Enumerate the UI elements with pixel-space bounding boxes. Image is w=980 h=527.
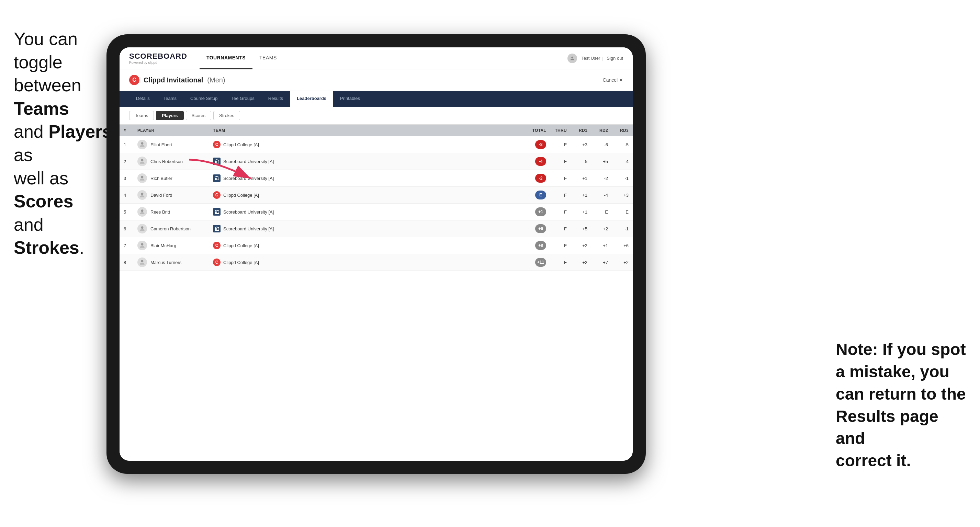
cell-rd1: +3: [571, 136, 592, 153]
cell-rank: 6: [119, 221, 133, 237]
svg-rect-18: [215, 211, 216, 213]
cell-rd1: -5: [571, 153, 592, 170]
player-avatar: [137, 257, 147, 267]
tab-details[interactable]: Details: [129, 91, 157, 107]
cell-rank: 5: [119, 203, 133, 221]
player-avatar: [137, 173, 147, 183]
table-row: 6 Cameron Robertson Scoreboard Universit…: [119, 221, 633, 237]
nav-teams[interactable]: TEAMS: [253, 48, 284, 69]
col-rd1: RD1: [571, 125, 592, 136]
table-row: 8 Marcus Turners CClippd College [A]+11F…: [119, 254, 633, 271]
cell-rd1: +2: [571, 254, 592, 271]
svg-rect-25: [216, 228, 217, 230]
player-name: Rees Britt: [150, 210, 170, 214]
cell-rank: 7: [119, 237, 133, 254]
score-badge: -4: [535, 157, 546, 166]
tab-printables[interactable]: Printables: [333, 91, 367, 107]
leaderboard-table-wrapper: # PLAYER TEAM TOTAL THRU RD1 RD2 RD3 1: [119, 125, 633, 271]
player-name: Cameron Robertson: [150, 226, 191, 232]
tablet-screen: SCOREBOARD Powered by clippd TOURNAMENTS…: [119, 48, 633, 461]
cell-total: -2: [523, 170, 550, 187]
sub-tab-teams[interactable]: Teams: [129, 111, 154, 120]
cell-rd3: -4: [612, 153, 633, 170]
svg-point-9: [141, 176, 143, 178]
tab-leaderboards[interactable]: Leaderboards: [290, 91, 333, 107]
player-name: Elliot Ebert: [150, 142, 172, 147]
cell-total: +1: [523, 203, 550, 221]
cell-thru: F: [550, 153, 571, 170]
logo-area: SCOREBOARD Powered by clippd: [129, 52, 187, 65]
tab-tee-groups[interactable]: Tee Groups: [225, 91, 261, 107]
cell-thru: F: [550, 254, 571, 271]
sub-tab-players[interactable]: Players: [156, 111, 183, 120]
cell-rd3: +3: [612, 187, 633, 203]
team-name: Scoreboard University [A]: [223, 210, 274, 214]
svg-point-16: [141, 210, 143, 212]
col-thru: THRU: [550, 125, 571, 136]
col-rd3: RD3: [612, 125, 633, 136]
left-annotation: You can toggle between Teams and Players…: [14, 27, 113, 260]
cell-rank: 4: [119, 187, 133, 203]
cell-rd2: +2: [592, 221, 612, 237]
svg-point-1: [571, 56, 573, 58]
cell-rd2: -6: [592, 136, 612, 153]
player-avatar: [137, 140, 147, 149]
tab-results[interactable]: Results: [261, 91, 290, 107]
col-rd2: RD2: [592, 125, 612, 136]
cell-team: CClippd College [A]: [209, 136, 523, 153]
team-logo: C: [213, 191, 221, 199]
col-total: TOTAL: [523, 125, 550, 136]
cell-total: +11: [523, 254, 550, 271]
svg-rect-20: [218, 211, 218, 213]
tournament-gender: (Men): [207, 76, 225, 84]
table-row: 5 Rees Britt Scoreboard University [A]+1…: [119, 203, 633, 221]
cell-rd2: -2: [592, 170, 612, 187]
team-logo: C: [213, 242, 221, 249]
col-team: TEAM: [209, 125, 523, 136]
team-name: Clippd College [A]: [223, 142, 259, 147]
sub-tab-scores[interactable]: Scores: [186, 111, 211, 120]
cell-rd2: +7: [592, 254, 612, 271]
tablet-device: SCOREBOARD Powered by clippd TOURNAMENTS…: [107, 34, 646, 474]
cell-player: David Ford: [133, 187, 209, 203]
svg-point-3: [141, 159, 143, 161]
nav-tournaments[interactable]: TOURNAMENTS: [200, 48, 253, 69]
team-name: Clippd College [A]: [223, 193, 259, 198]
sub-tabs: Teams Players Scores Strokes: [119, 107, 633, 125]
cell-rd1: +1: [571, 203, 592, 221]
cell-thru: F: [550, 170, 571, 187]
main-content: C Clippd Invitational (Men) Cancel ✕ Det…: [119, 69, 633, 461]
player-avatar: [137, 224, 147, 233]
svg-point-28: [141, 243, 143, 246]
cell-rd2: E: [592, 203, 612, 221]
team-name: Scoreboard University [A]: [223, 226, 274, 232]
tab-course-setup[interactable]: Course Setup: [183, 91, 225, 107]
navbar: SCOREBOARD Powered by clippd TOURNAMENTS…: [119, 48, 633, 69]
cell-team: Scoreboard University [A]: [209, 203, 523, 221]
cell-rd3: +6: [612, 237, 633, 254]
cancel-button[interactable]: Cancel ✕: [603, 77, 623, 83]
cell-rd1: +5: [571, 221, 592, 237]
player-avatar: [137, 190, 147, 200]
arrow-indicator: [186, 156, 261, 189]
sub-tab-strokes[interactable]: Strokes: [213, 111, 240, 120]
cell-team: Scoreboard University [A]: [209, 221, 523, 237]
cell-rank: 3: [119, 170, 133, 187]
cell-total: +8: [523, 237, 550, 254]
cell-thru: F: [550, 237, 571, 254]
tab-teams[interactable]: Teams: [157, 91, 183, 107]
cell-total: -8: [523, 136, 550, 153]
svg-point-22: [141, 226, 143, 229]
user-name: Test User |: [581, 56, 603, 61]
svg-rect-19: [216, 211, 217, 213]
right-annotation: Note: If you spot a mistake, you can ret…: [836, 338, 966, 472]
cell-rd1: +2: [571, 237, 592, 254]
player-name: Rich Butler: [150, 176, 172, 181]
cell-rank: 1: [119, 136, 133, 153]
leaderboard-table: # PLAYER TEAM TOTAL THRU RD1 RD2 RD3 1: [119, 125, 633, 271]
cell-rd3: -1: [612, 170, 633, 187]
sign-out[interactable]: Sign out: [607, 56, 623, 61]
logo-subtitle: Powered by clippd: [129, 61, 187, 65]
player-avatar: [137, 207, 147, 217]
table-row: 4 David Ford CClippd College [A]EF+1-4+3: [119, 187, 633, 203]
